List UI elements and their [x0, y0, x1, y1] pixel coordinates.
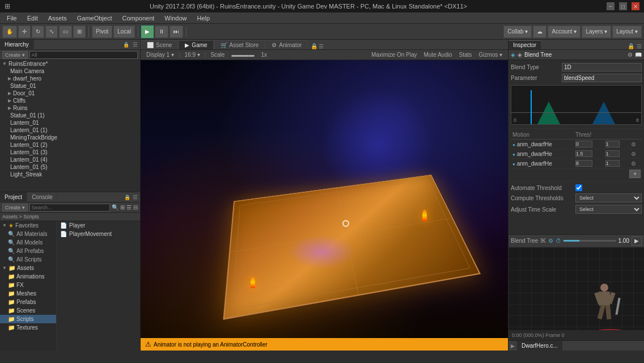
maximize-button[interactable]: □ [619, 2, 627, 10]
inspector-lock[interactable]: 🔒 [628, 43, 634, 49]
hier-item-statue01-1[interactable]: Statue_01 (1) [0, 112, 140, 119]
hand-tool[interactable]: ✋ [2, 26, 17, 38]
bt-time-icon[interactable]: ⏱ [556, 238, 561, 244]
threshold-input-1[interactable] [575, 150, 592, 157]
threshold-input-0[interactable] [575, 141, 592, 147]
folder-scenes[interactable]: 📁 Scenes [0, 306, 56, 315]
hier-item-lantern01-5[interactable]: Lantern_01 (5) [0, 163, 140, 171]
hier-item-lightstreak[interactable]: Light_Streak [0, 171, 140, 178]
view-lock-icon[interactable]: 🔒 [311, 43, 317, 49]
automate-threshold-checkbox[interactable] [575, 184, 582, 191]
tab-assetstore[interactable]: 🛒Asset Store [214, 40, 265, 49]
add-motion-button[interactable]: + [629, 170, 641, 178]
pivot-button[interactable]: Pivot [92, 26, 112, 38]
bt-settings-icon[interactable]: ⚙ [548, 238, 553, 244]
value-input-0[interactable] [605, 141, 620, 147]
script-playermovement[interactable]: 📄 PlayerMovement [57, 230, 140, 238]
hier-item-door01[interactable]: ▶ Door_01 [0, 90, 140, 97]
menu-help[interactable]: Help [192, 14, 214, 22]
hier-item-maincamera[interactable]: Main Camera [0, 67, 140, 75]
tab-dwarfhero[interactable]: DwarfHero.c... [517, 341, 562, 351]
scale-slider[interactable]: ▬▬▬▬ [229, 52, 256, 58]
inspector-settings[interactable]: ⚙ [628, 52, 633, 58]
project-options[interactable]: ☰ [126, 204, 132, 210]
tab-console[interactable]: Console [27, 192, 58, 202]
project-search[interactable] [29, 204, 110, 212]
tab-game[interactable]: ▶Game [179, 40, 213, 49]
account-button[interactable]: Account ▾ [548, 26, 581, 38]
minimize-button[interactable]: − [607, 2, 615, 10]
fav-all-materials[interactable]: 🔍 All Materials [0, 230, 56, 238]
favorites-header[interactable]: ▼ ★ Favorites [0, 221, 56, 230]
layers-button[interactable]: Layers ▾ [582, 26, 611, 38]
local-button[interactable]: Local [113, 26, 135, 38]
folder-fx[interactable]: 📁 FX [0, 281, 56, 289]
compute-thresholds-select[interactable]: Select [575, 193, 642, 202]
play-button[interactable]: ▶ [141, 26, 154, 38]
motion-options-1[interactable]: ⚙ [631, 151, 636, 157]
inspector-menu[interactable]: ☰ [637, 43, 642, 49]
motion-options-2[interactable]: ⚙ [631, 161, 636, 167]
tab-animator[interactable]: ⚙Animator [265, 40, 308, 49]
menu-assets[interactable]: Assets [44, 14, 71, 22]
transform-tool[interactable]: ⊞ [73, 26, 86, 38]
gizmos-button[interactable]: Gizmos ▾ [476, 52, 505, 58]
bt-slider[interactable] [564, 240, 616, 242]
tab-scene[interactable]: ⬜Scene [141, 40, 178, 49]
folder-animations[interactable]: 📁 Animations [0, 272, 56, 281]
hier-item-lantern01-4[interactable]: Lantern_01 (4) [0, 156, 140, 163]
project-create-button[interactable]: Create ▾ [2, 204, 28, 212]
close-button[interactable]: ✕ [632, 2, 639, 10]
assets-header[interactable]: ▼ 📁 Assets [0, 264, 56, 272]
view-menu-icon[interactable]: ☰ [319, 43, 324, 49]
hierarchy-search[interactable] [29, 51, 138, 59]
hier-item-ruins[interactable]: ▶ Ruins [0, 104, 140, 112]
fav-all-prefabs[interactable]: 🔍 All Prefabs [0, 247, 56, 255]
collab-button[interactable]: Collab ▾ [503, 26, 532, 38]
move-tool[interactable]: ✛ [18, 26, 31, 38]
folder-scripts[interactable]: 📁 Scripts [0, 315, 56, 323]
tab-project[interactable]: Project [0, 192, 27, 202]
value-input-2[interactable] [605, 160, 620, 167]
scale-tool[interactable]: ⤡ [45, 26, 58, 38]
pause-button[interactable]: ⏸ [155, 26, 168, 38]
project-search-icon[interactable]: 🔍 [112, 204, 118, 210]
hier-item-lantern01-2[interactable]: Lantern_01 (2) [0, 141, 140, 149]
step-button[interactable]: ⏭ [170, 26, 183, 38]
folder-prefabs[interactable]: 📁 Prefabs [0, 298, 56, 306]
script-player[interactable]: 📄 Player [57, 221, 140, 230]
hier-item-cliffs[interactable]: ▶ Cliffs [0, 97, 140, 104]
hier-item-lantern01-1[interactable]: Lantern_01 (1) [0, 126, 140, 134]
play-preview-button[interactable]: ▶ [632, 237, 642, 246]
menu-file[interactable]: File [2, 14, 22, 22]
stats-button[interactable]: Stats [457, 52, 474, 58]
menu-component[interactable]: Component [117, 14, 159, 22]
project-menu[interactable]: ☰ [133, 194, 138, 200]
rotate-tool[interactable]: ↻ [32, 26, 44, 38]
fav-all-models[interactable]: 🔍 All Models [0, 238, 56, 247]
create-button[interactable]: Create ▾ [2, 51, 28, 59]
hier-item-lantern01[interactable]: Lantern_01 [0, 119, 140, 126]
tab-hierarchy[interactable]: Hierarchy [0, 40, 34, 50]
motion-options-0[interactable]: ⚙ [631, 141, 636, 147]
menu-window[interactable]: Window [160, 14, 191, 22]
project-sort[interactable]: ⊞ [120, 204, 125, 210]
cloud-button[interactable]: ☁ [533, 26, 546, 38]
aspect-selector[interactable]: 16:9 ▾ [183, 52, 202, 58]
threshold-input-2[interactable] [575, 160, 592, 167]
folder-meshes[interactable]: 📁 Meshes [0, 289, 56, 298]
hierarchy-menu[interactable]: ☰ [133, 41, 138, 48]
hier-item-lantern01-3[interactable]: Lantern_01 (3) [0, 149, 140, 156]
blend-type-value[interactable]: 1D [562, 63, 642, 71]
maximize-on-play[interactable]: Maximize On Play [369, 52, 420, 58]
menu-gameobject[interactable]: GameObject [73, 14, 117, 22]
project-minimize[interactable]: ⊟ [133, 204, 138, 210]
fav-all-scripts[interactable]: 🔍 All Scripts [0, 255, 56, 264]
rect-tool[interactable]: ▭ [59, 26, 72, 38]
mute-audio[interactable]: Mute Audio [421, 52, 454, 58]
inspector-book[interactable]: 📖 [635, 52, 642, 58]
parameter-value[interactable]: blendSpeed [562, 74, 642, 82]
menu-edit[interactable]: Edit [23, 14, 43, 22]
hier-item-ruinsentrance[interactable]: ▼ RuinsEntrance* [0, 60, 140, 67]
hier-item-dwarfhero[interactable]: ▶ dwarf_hero [0, 75, 140, 82]
